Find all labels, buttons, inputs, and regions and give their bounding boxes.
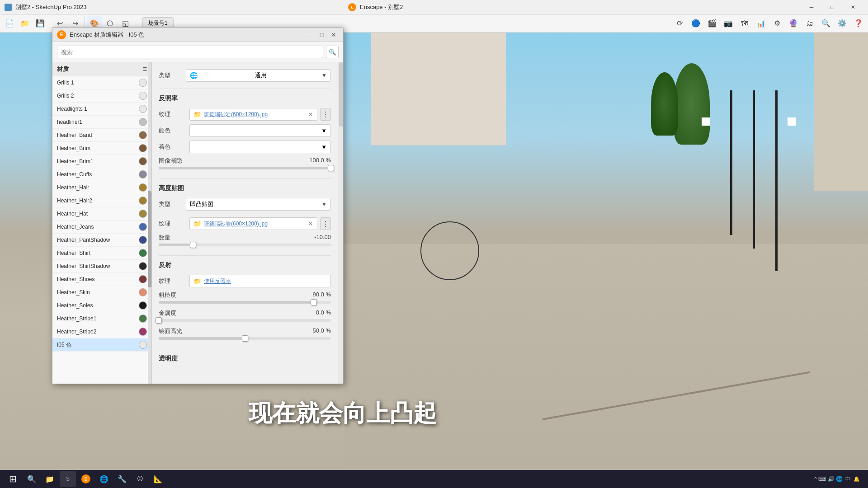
mat-name-heather-shirtshadow: Heather_ShirtShadow <box>57 263 135 269</box>
enscape-help[interactable]: ❓ <box>851 16 866 31</box>
bump-texture-dots[interactable]: ⋮ <box>320 217 331 230</box>
specular-track[interactable] <box>159 337 331 340</box>
mat-item-heather-shirtshadow[interactable]: Heather_ShirtShadow <box>52 260 151 273</box>
taskbar-enscape[interactable]: E <box>78 471 94 487</box>
search-input[interactable] <box>57 46 323 58</box>
enscape-btn6[interactable]: 📊 <box>754 16 768 31</box>
reflection-title: 反射 <box>159 261 331 269</box>
toolbar-open[interactable]: 📁 <box>18 16 32 31</box>
mat-circle-heather-stripe2 <box>139 328 147 336</box>
enscape-btn8[interactable]: 🔮 <box>786 16 801 31</box>
color-select[interactable]: ▼ <box>189 124 331 137</box>
bump-type-select[interactable]: 凹凸贴图 ▼ <box>186 198 331 211</box>
specular-header: 镜面高光 50.0 % <box>159 327 331 335</box>
toolbar-save[interactable]: 💾 <box>33 16 47 31</box>
enscape-btn1[interactable]: ⟳ <box>672 16 687 31</box>
enscape-btn9[interactable]: 🗂 <box>802 16 817 31</box>
mat-name-heather-pantshadow: Heather_PantShadow <box>57 237 135 243</box>
mat-item-headliner1[interactable]: headliner1 <box>52 116 151 129</box>
texture-clear-btn[interactable]: ✕ <box>308 111 313 118</box>
bump-dropdown-icon: ▼ <box>321 201 327 207</box>
enscape-minimize[interactable]: ─ <box>801 0 822 14</box>
panel-close-btn[interactable]: ✕ <box>329 30 339 40</box>
mat-item-headlights1[interactable]: Headlights 1 <box>52 103 151 116</box>
taskbar-notification[interactable]: 🔔 <box>854 476 860 482</box>
enscape-maximize[interactable]: □ <box>822 0 843 14</box>
mat-item-heather-stripe1[interactable]: Heather_Stripe1 <box>52 312 151 325</box>
enscape-btn10[interactable]: 🔍 <box>819 16 833 31</box>
refl-texture-label: 纹理 <box>159 277 186 285</box>
type-select[interactable]: 🌐 通用 ▼ <box>186 69 331 82</box>
enscape-btn5[interactable]: 🗺 <box>737 16 752 31</box>
materials-menu-icon[interactable]: ≡ <box>143 65 147 73</box>
sketchup-taskbar-icon: S <box>66 476 70 482</box>
mat-item-heather-cuffs[interactable]: Heather_Cuffs <box>52 168 151 181</box>
search-button[interactable]: 🔍 <box>326 46 339 58</box>
refl-texture-input[interactable]: 📁 使用反照率 <box>189 275 331 287</box>
fence-pole <box>775 90 778 271</box>
taskbar-app1[interactable]: 🔧 <box>114 471 130 487</box>
color-label: 颜色 <box>159 127 186 135</box>
bump-texture-clear[interactable]: ✕ <box>308 220 313 227</box>
mat-item-heather-hair[interactable]: Heather_Hair <box>52 181 151 194</box>
roughness-thumb[interactable] <box>311 299 317 305</box>
bump-type-label: 类型 <box>159 200 181 208</box>
opacity-track[interactable] <box>159 167 331 169</box>
roughness-slider-row: 粗糙度 90.0 % <box>159 291 331 304</box>
mat-item-grills1[interactable]: Grills 1 <box>52 76 151 89</box>
mat-item-i05[interactable]: I05 色 <box>52 338 151 352</box>
mat-item-heather-brim[interactable]: Heather_Brim <box>52 142 151 155</box>
texture-dots-btn[interactable]: ⋮ <box>320 108 331 121</box>
roughness-track[interactable] <box>159 301 331 304</box>
mat-item-heather-hair2[interactable]: Heather_Hair2 <box>52 194 151 207</box>
mat-item-heather-skin[interactable]: Heather_Skin <box>52 286 151 299</box>
panel-minimize-btn[interactable]: ─ <box>305 30 315 40</box>
toolbar-file[interactable]: 📄 <box>2 16 17 31</box>
enscape-btn4[interactable]: 📷 <box>721 16 736 31</box>
type-select-value: 通用 <box>255 71 267 80</box>
amount-value: -10.00 <box>314 234 331 242</box>
settings-scroll-thumb[interactable] <box>339 62 343 127</box>
enscape-btn3[interactable]: 🎬 <box>705 16 719 31</box>
bump-texture-input[interactable]: 📁 班德瑞砂岩(600×1200).jpg ✕ <box>189 217 317 230</box>
mat-item-heather-brim1[interactable]: Heather_Brim1 <box>52 155 151 168</box>
mat-name-heather-band: Heather_Band <box>57 132 135 138</box>
specular-thumb[interactable] <box>242 335 248 342</box>
opacity-thumb[interactable] <box>328 165 334 171</box>
taskbar-sketchup[interactable]: S <box>60 471 76 487</box>
amount-track[interactable] <box>159 244 331 246</box>
enscape-close[interactable]: ✕ <box>843 0 863 14</box>
amount-thumb[interactable] <box>190 242 196 248</box>
taskbar-app3[interactable]: 📐 <box>150 471 166 487</box>
bump-type-row: 类型 凹凸贴图 ▼ <box>159 198 331 211</box>
panel-maximize-btn[interactable]: □ <box>317 30 327 40</box>
mat-item-heather-band[interactable]: Heather_Band <box>52 129 151 142</box>
taskbar-chrome[interactable]: 🌐 <box>96 471 112 487</box>
tint-select[interactable]: ▼ <box>189 141 331 153</box>
mat-item-heather-pantshadow[interactable]: Heather_PantShadow <box>52 234 151 247</box>
mat-item-heather-shoes[interactable]: Heather_Shoes <box>52 273 151 286</box>
enscape-win-controls: ─ □ ✕ <box>801 0 863 14</box>
building-wall <box>371 33 506 145</box>
scroll-thumb[interactable] <box>148 191 151 287</box>
mat-item-heather-hat[interactable]: Heather_Hat <box>52 207 151 221</box>
metallic-thumb[interactable] <box>156 317 162 324</box>
mat-item-heather-soles[interactable]: Heather_Soles <box>52 299 151 312</box>
specular-slider-row: 镜面高光 50.0 % <box>159 327 331 340</box>
mat-circle-heather-band <box>139 131 147 139</box>
taskbar-app2[interactable]: © <box>132 471 148 487</box>
mat-item-heather-shirt[interactable]: Heather_Shirt <box>52 247 151 260</box>
mat-circle-headliner1 <box>139 118 147 126</box>
mat-item-heather-jeans[interactable]: Heather_Jeans <box>52 221 151 234</box>
taskbar-search[interactable]: 🔍 <box>24 471 40 487</box>
taskbar-file-explorer[interactable]: 📁 <box>42 471 58 487</box>
enscape-btn7[interactable]: ⚙ <box>770 16 784 31</box>
mat-item-heather-stripe2[interactable]: Heather_Stripe2 <box>52 325 151 338</box>
mat-item-grills2[interactable]: Grills 2 <box>52 89 151 103</box>
enscape-btn2[interactable]: 🔵 <box>689 16 703 31</box>
windows-start-button[interactable]: ⊞ <box>4 470 22 488</box>
enscape-settings[interactable]: ⚙️ <box>835 16 849 31</box>
refl-texture-link[interactable]: 使用反照率 <box>204 277 231 285</box>
metallic-track[interactable] <box>159 319 331 322</box>
texture-input[interactable]: 📁 班德瑞砂岩(600×1200).jpg ✕ <box>189 108 317 121</box>
